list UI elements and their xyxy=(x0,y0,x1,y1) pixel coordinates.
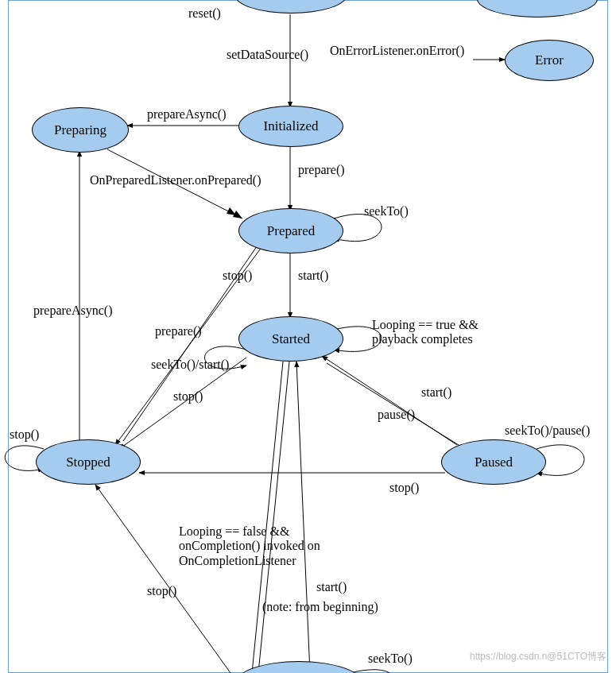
svg-line-14 xyxy=(296,362,310,673)
state-initialized: Initialized xyxy=(238,106,343,147)
state-preparing: Preparing xyxy=(32,107,129,153)
edge-start-prepared: start() xyxy=(298,269,328,283)
edge-setdatasource: setDataSource() xyxy=(227,48,308,62)
edge-seekto-pause: seekTo()/pause() xyxy=(505,424,590,438)
state-started: Started xyxy=(238,316,343,362)
edge-onerror: OnErrorListener.onError() xyxy=(330,44,464,58)
edge-note-beginning: (note: from beginning) xyxy=(262,600,378,614)
state-stopped-label: Stopped xyxy=(66,454,110,470)
edge-start-completed: start() xyxy=(316,580,347,594)
state-initialized-label: Initialized xyxy=(264,118,319,134)
state-prepared: Prepared xyxy=(238,208,343,253)
state-error: Error xyxy=(505,40,594,81)
state-paused-label: Paused xyxy=(475,454,513,470)
state-started-label: Started xyxy=(272,331,310,347)
edge-pause: pause() xyxy=(378,408,415,422)
edge-stop-self: stop() xyxy=(10,427,39,442)
edge-stop-paused: stop() xyxy=(389,481,419,495)
edge-seekto-prepared: seekTo() xyxy=(364,204,409,219)
edge-looping-true: Looping == true && playback completes xyxy=(372,318,507,347)
svg-line-13 xyxy=(258,362,289,673)
edge-onprepared: OnPreparedListener.onPrepared() xyxy=(90,173,261,188)
svg-line-10 xyxy=(322,356,457,445)
edge-prepareasync-top: prepareAsync() xyxy=(147,107,227,122)
edge-reset: reset() xyxy=(188,6,221,21)
svg-line-12 xyxy=(252,362,283,673)
edge-prepare-left: prepare() xyxy=(155,324,202,338)
edge-looping-false: Looping == false && onCompletion() invok… xyxy=(179,524,338,568)
state-error-label: Error xyxy=(535,52,564,68)
edge-stop-prepared: stop() xyxy=(223,269,252,283)
state-stopped: Stopped xyxy=(36,439,141,485)
edge-seekto-completed: seekTo() xyxy=(368,652,413,666)
edge-prepareasync-left: prepareAsync() xyxy=(33,304,113,318)
edge-prepare: prepare() xyxy=(298,163,345,177)
svg-line-15 xyxy=(95,485,231,673)
watermark: https://blog.csdn.n@51CTO博客 xyxy=(470,650,606,663)
state-prepared-label: Prepared xyxy=(267,223,315,239)
state-preparing-label: Preparing xyxy=(54,122,107,138)
state-paused: Paused xyxy=(441,439,546,485)
edge-stop-completed: stop() xyxy=(147,584,176,598)
edge-seekto-start: seekTo()/start() xyxy=(151,358,229,372)
edge-stop-started: stop() xyxy=(173,389,203,404)
edge-start-paused: start() xyxy=(421,385,451,400)
